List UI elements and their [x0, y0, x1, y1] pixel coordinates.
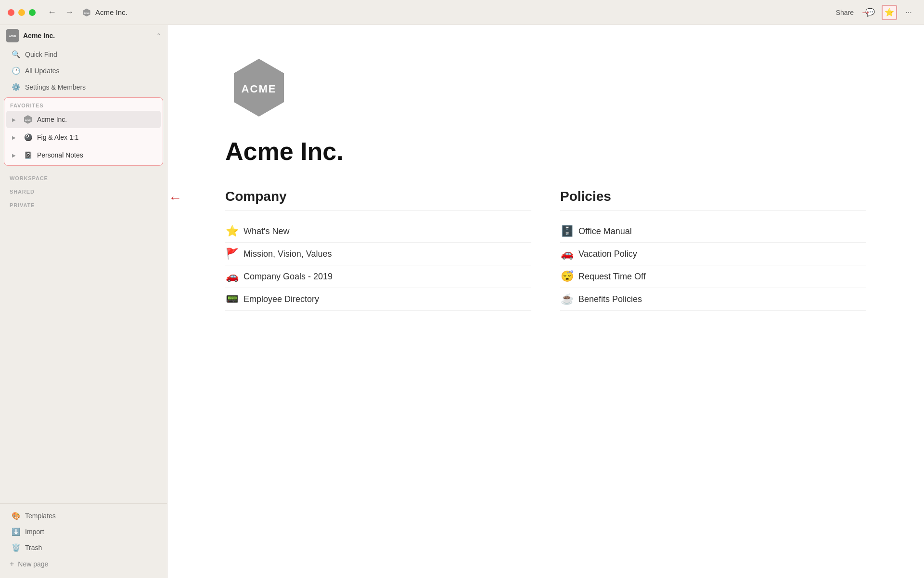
private-section-label: PRIVATE — [0, 197, 167, 210]
minimize-button[interactable] — [18, 9, 25, 16]
favorites-label: FAVORITES — [4, 99, 163, 110]
workspace-header[interactable]: ACME Acme Inc. ⌃ — [0, 25, 167, 46]
benefits-policies-link[interactable]: ☕ Benefits Policies — [560, 288, 866, 311]
ellipsis-icon: ··· — [905, 8, 911, 17]
templates-label: Templates — [25, 512, 56, 520]
sidebar-item-quick-find[interactable]: 🔍 Quick Find — [4, 47, 163, 62]
sidebar-bottom: 🎨 Templates ⬇️ Import 🗑️ Trash — [0, 503, 167, 556]
acme-icon: ACME — [23, 114, 33, 125]
new-page-button[interactable]: + New page — [0, 556, 167, 572]
close-button[interactable] — [8, 9, 14, 16]
svg-text:ACME: ACME — [242, 83, 277, 95]
vacation-policy-text: Vacation Policy — [578, 249, 637, 259]
acme-item-label: Acme Inc. — [37, 116, 155, 123]
back-button[interactable]: ← — [45, 6, 59, 19]
benefits-policies-icon: ☕ — [560, 293, 574, 305]
page-header: ACME Acme Inc. — [82, 8, 831, 17]
workspace-sections: WORKSPACE SHARED PRIVATE — [0, 168, 167, 212]
workspace-section-label: WORKSPACE — [0, 170, 167, 183]
import-label: Import — [25, 528, 44, 536]
whats-new-link[interactable]: ⭐ What's New — [225, 220, 531, 243]
sidebar-item-acme[interactable]: ▶ ACME Acme Inc. — [6, 111, 161, 128]
chevron-right-icon-3: ▶ — [12, 153, 19, 158]
page-title: Acme Inc. — [95, 8, 128, 16]
personal-notes-icon: 📓 — [23, 150, 33, 160]
page-main-title: Acme Inc. — [225, 137, 866, 166]
favorites-section: FAVORITES ▶ ACME Acme Inc. ▶ 🎱 Fig — [4, 97, 163, 166]
workspace-icon: ACME — [6, 29, 19, 42]
request-time-off-icon: 😴 — [560, 270, 574, 283]
chevron-right-icon: ▶ — [12, 117, 19, 122]
templates-icon: 🎨 — [12, 512, 20, 520]
employee-directory-text: Employee Directory — [244, 294, 319, 304]
all-updates-label: All Updates — [25, 67, 60, 75]
mission-text: Mission, Vision, Values — [244, 249, 332, 259]
policies-column-title: Policies — [560, 189, 866, 210]
employee-directory-icon: 📟 — [225, 293, 239, 305]
fig-alex-label: Fig & Alex 1:1 — [37, 133, 155, 141]
quick-find-label: Quick Find — [25, 51, 57, 58]
maximize-button[interactable] — [29, 9, 36, 16]
sidebar: ACME Acme Inc. ⌃ 🔍 Quick Find 🕐 All Upda… — [0, 25, 167, 578]
sidebar-item-all-updates[interactable]: 🕐 All Updates — [4, 63, 163, 79]
acme-logo-svg: ACME — [225, 54, 293, 121]
titlebar: ← → ACME Acme Inc. Share 💬 → ⭐ ··· — [0, 0, 924, 25]
settings-label: Settings & Members — [25, 83, 86, 91]
mission-icon: 🚩 — [225, 248, 239, 260]
star-button[interactable]: ⭐ — [882, 5, 897, 20]
trash-icon: 🗑️ — [12, 543, 20, 552]
whats-new-text: What's New — [244, 226, 289, 236]
svg-text:ACME: ACME — [9, 35, 16, 38]
company-goals-text: Company Goals - 2019 — [244, 272, 333, 282]
chevron-right-icon-2: ▶ — [12, 135, 19, 140]
mission-link[interactable]: 🚩 Mission, Vision, Values — [225, 243, 531, 265]
sidebar-item-settings[interactable]: ⚙️ Settings & Members — [4, 79, 163, 95]
traffic-lights — [8, 9, 36, 16]
forward-button[interactable]: → — [63, 6, 76, 19]
company-column-title: Company — [225, 189, 531, 210]
content-columns: Company ⭐ What's New 🚩 Mission, Vision, … — [225, 189, 866, 311]
office-manual-text: Office Manual — [578, 226, 632, 236]
share-button[interactable]: Share — [831, 7, 859, 18]
search-icon: 🔍 — [12, 50, 20, 59]
sidebar-item-fig-alex[interactable]: ▶ 🎱 Fig & Alex 1:1 — [6, 129, 161, 146]
shared-section-label: SHARED — [0, 183, 167, 197]
request-time-off-link[interactable]: 😴 Request Time Off — [560, 265, 866, 288]
fig-alex-icon: 🎱 — [23, 132, 33, 143]
request-time-off-text: Request Time Off — [578, 272, 646, 282]
import-icon: ⬇️ — [12, 527, 20, 536]
svg-text:ACME: ACME — [84, 12, 90, 14]
sidebar-item-templates[interactable]: 🎨 Templates — [4, 508, 163, 524]
trash-label: Trash — [25, 544, 42, 552]
company-column: Company ⭐ What's New 🚩 Mission, Vision, … — [225, 189, 531, 311]
sidebar-item-personal-notes[interactable]: ▶ 📓 Personal Notes — [6, 146, 161, 164]
page-logo: ACME — [225, 54, 293, 121]
sidebar-item-import[interactable]: ⬇️ Import — [4, 524, 163, 539]
vacation-policy-icon: 🚗 — [560, 248, 574, 260]
vacation-policy-link[interactable]: 🚗 Vacation Policy — [560, 243, 866, 265]
clock-icon: 🕐 — [12, 66, 20, 75]
personal-notes-label: Personal Notes — [37, 151, 155, 159]
star-icon: ⭐ — [885, 8, 894, 17]
more-button[interactable]: ··· — [901, 5, 916, 20]
company-goals-icon: 🚗 — [225, 270, 239, 283]
arrow-indicator: → — [860, 6, 871, 19]
workspace-chevron-icon: ⌃ — [156, 32, 161, 39]
content-area: ACME Acme Inc. Company ⭐ What's New 🚩 — [167, 25, 924, 578]
page-icon: ACME — [82, 8, 91, 17]
policies-column: Policies 🗄️ Office Manual 🚗 Vacation Pol… — [560, 189, 866, 311]
sidebar-item-trash[interactable]: 🗑️ Trash — [4, 540, 163, 555]
company-goals-link[interactable]: 🚗 Company Goals - 2019 — [225, 265, 531, 288]
gear-icon: ⚙️ — [12, 83, 20, 92]
employee-directory-link[interactable]: 📟 Employee Directory — [225, 288, 531, 311]
svg-text:ACME: ACME — [25, 119, 31, 121]
office-manual-icon: 🗄️ — [560, 225, 574, 237]
whats-new-icon: ⭐ — [225, 225, 239, 237]
plus-icon: + — [10, 560, 14, 568]
new-page-label: New page — [18, 560, 48, 568]
header-actions: Share 💬 → ⭐ ··· — [831, 5, 916, 20]
benefits-policies-text: Benefits Policies — [578, 294, 642, 304]
workspace-name: Acme Inc. — [23, 32, 153, 39]
nav-buttons: ← → — [45, 6, 76, 19]
office-manual-link[interactable]: 🗄️ Office Manual — [560, 220, 866, 243]
